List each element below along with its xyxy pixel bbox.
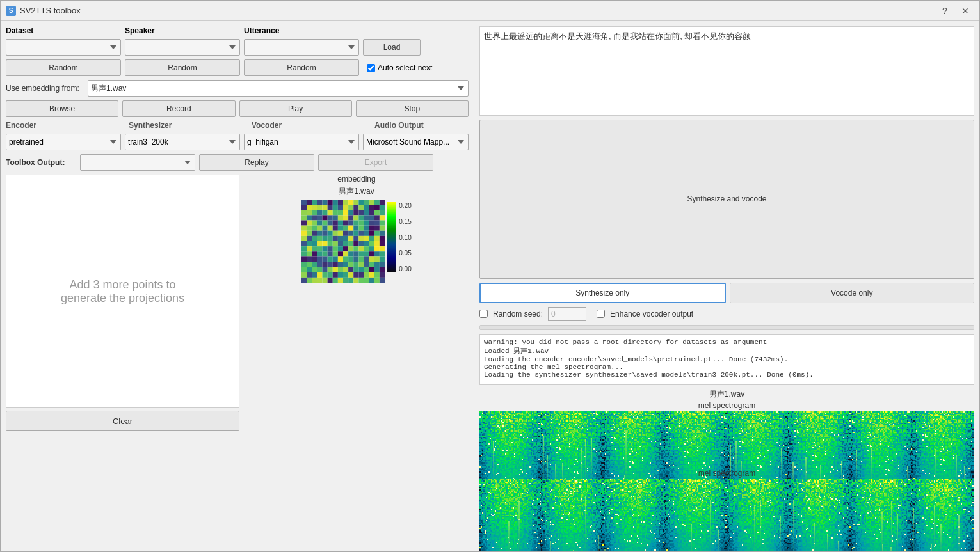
dataset-label: Dataset bbox=[6, 26, 33, 35]
enhance-checkbox[interactable] bbox=[597, 310, 605, 318]
encoder-select[interactable]: pretrained bbox=[6, 134, 121, 150]
load-button[interactable]: Load bbox=[363, 39, 421, 56]
export-button[interactable]: Export bbox=[318, 154, 433, 171]
stop-button[interactable]: Stop bbox=[356, 100, 469, 117]
esv-dropdowns: pretrained train3_200k g_hifigan Microso… bbox=[6, 134, 469, 150]
embed-file-label: 男声1.wav bbox=[709, 389, 744, 400]
text-input[interactable]: 世界上最遥远的距离不是天涯海角, 而是我站在你面前, 却看不见你的容颜 bbox=[479, 26, 974, 116]
bottom-area: Add 3 more points to generate the projec… bbox=[6, 175, 469, 546]
toolbox-output-label: Toolbox Output: bbox=[6, 158, 76, 167]
synth-row2: Synthesize only Vocode only bbox=[479, 283, 974, 303]
enhance-label: Enhance vocoder output bbox=[610, 310, 693, 319]
toolbox-output-select[interactable] bbox=[80, 154, 195, 171]
auto-select-checkbox[interactable] bbox=[367, 64, 375, 72]
speaker-label: Speaker bbox=[125, 26, 155, 35]
audio-output-select[interactable]: Microsoft Sound Mapp... bbox=[363, 134, 469, 150]
action-row: Browse Record Play Stop bbox=[6, 100, 469, 117]
window-title: SV2TTS toolbox bbox=[20, 6, 81, 15]
title-bar-left: S SV2TTS toolbox bbox=[6, 6, 81, 16]
projection-box: Add 3 more points to generate the projec… bbox=[6, 175, 239, 408]
random-speaker-button[interactable]: Random bbox=[125, 59, 240, 76]
encoder-label: Encoder bbox=[6, 121, 36, 130]
left-panel: Dataset Speaker Utterance Load Random Ra… bbox=[1, 21, 474, 551]
title-bar: S SV2TTS toolbox ? ✕ bbox=[1, 1, 979, 21]
spec-top-section: 男声1.wav mel spectrogram bbox=[479, 389, 974, 466]
colorbar-label-3: 0.05 bbox=[399, 249, 411, 256]
speaker-select[interactable] bbox=[125, 39, 240, 56]
progress-bar-container bbox=[479, 325, 974, 330]
utterance-select[interactable] bbox=[244, 39, 359, 56]
play-button[interactable]: Play bbox=[239, 100, 352, 117]
synthesize-vocode-button[interactable]: Synthesize and vocode bbox=[479, 120, 974, 279]
app-icon: S bbox=[6, 6, 16, 16]
embedding-area: embedding 男声1.wav 0.20 0.15 0.10 0.05 0.… bbox=[245, 175, 469, 546]
random-utterance-button[interactable]: Random bbox=[244, 59, 359, 76]
vocode-only-button[interactable]: Vocode only bbox=[730, 283, 975, 303]
clear-button[interactable]: Clear bbox=[6, 411, 239, 431]
vocoder-select[interactable]: g_hifigan bbox=[244, 134, 359, 150]
audio-output-label: Audio Output bbox=[374, 121, 424, 130]
spec-bottom-section: mel spectrogram bbox=[479, 469, 974, 546]
main-window: S SV2TTS toolbox ? ✕ Dataset Speaker Utt… bbox=[0, 0, 980, 552]
synthesizer-select[interactable]: train3_200k bbox=[125, 134, 240, 150]
dataset-select[interactable] bbox=[6, 39, 121, 56]
synthesize-only-button[interactable]: Synthesize only bbox=[479, 283, 726, 303]
mel-spec-title-2: mel spectrogram bbox=[479, 469, 974, 478]
colorbar-label-4: 0.00 bbox=[399, 265, 411, 272]
right-panel: 世界上最遥远的距离不是天涯海角, 而是我站在你面前, 却看不见你的容颜 Synt… bbox=[474, 21, 979, 551]
random-seed-checkbox[interactable] bbox=[479, 310, 488, 318]
spectrogram-canvas-2 bbox=[479, 479, 974, 551]
vocoder-label: Vocoder bbox=[252, 121, 282, 130]
seed-row: Random seed: Enhance vocoder output bbox=[479, 307, 974, 321]
main-content: Dataset Speaker Utterance Load Random Ra… bbox=[1, 21, 979, 551]
replay-button[interactable]: Replay bbox=[199, 154, 314, 171]
colorbar-label-2: 0.10 bbox=[399, 234, 411, 241]
mel-spec-title-1: mel spectrogram bbox=[479, 401, 974, 410]
help-button[interactable]: ? bbox=[936, 3, 954, 19]
title-bar-controls: ? ✕ bbox=[936, 3, 974, 19]
embed-file-title: 男声1.wav bbox=[339, 186, 374, 197]
embedding-title: embedding bbox=[337, 175, 375, 184]
seed-input[interactable] bbox=[548, 307, 586, 321]
auto-select-label: Auto select next bbox=[378, 63, 432, 72]
spectrogram-area: 男声1.wav mel spectrogram mel spectrogram bbox=[479, 389, 974, 547]
dsu-dropdowns: Load bbox=[6, 39, 469, 56]
log-output: Warning: you did not pass a root directo… bbox=[479, 334, 974, 385]
colorbar-label-0: 0.20 bbox=[399, 202, 411, 209]
colorbar-gradient bbox=[387, 202, 396, 272]
embedding-select[interactable]: 男声1.wav bbox=[88, 80, 469, 97]
embedding-canvas bbox=[301, 200, 385, 283]
embed-row: Use embedding from: 男声1.wav bbox=[6, 80, 469, 97]
random-dataset-button[interactable]: Random bbox=[6, 59, 121, 76]
utterance-label: Utterance bbox=[244, 26, 279, 35]
colorbar-labels: 0.20 0.15 0.10 0.05 0.00 bbox=[399, 202, 411, 272]
colorbar-row: 0.20 0.15 0.10 0.05 0.00 bbox=[387, 200, 411, 272]
close-button[interactable]: ✕ bbox=[956, 3, 974, 19]
colorbar-label-1: 0.15 bbox=[399, 218, 411, 225]
dsu-labels: Dataset Speaker Utterance bbox=[6, 26, 469, 35]
toolbox-row: Toolbox Output: Replay Export bbox=[6, 154, 469, 171]
spec-top-header: 男声1.wav bbox=[479, 389, 974, 400]
random-seed-label: Random seed: bbox=[493, 310, 543, 319]
random-row: Random Random Random Auto select next bbox=[6, 59, 469, 76]
browse-button[interactable]: Browse bbox=[6, 100, 118, 117]
embedding-visual: 0.20 0.15 0.10 0.05 0.00 bbox=[301, 200, 411, 283]
esv-labels: Encoder Synthesizer Vocoder Audio Output bbox=[6, 121, 469, 130]
use-embedding-label: Use embedding from: bbox=[6, 84, 83, 93]
auto-select-row: Auto select next bbox=[367, 63, 432, 72]
projection-text: Add 3 more points to generate the projec… bbox=[48, 265, 197, 318]
synthesizer-label: Synthesizer bbox=[129, 121, 172, 130]
record-button[interactable]: Record bbox=[122, 100, 235, 117]
